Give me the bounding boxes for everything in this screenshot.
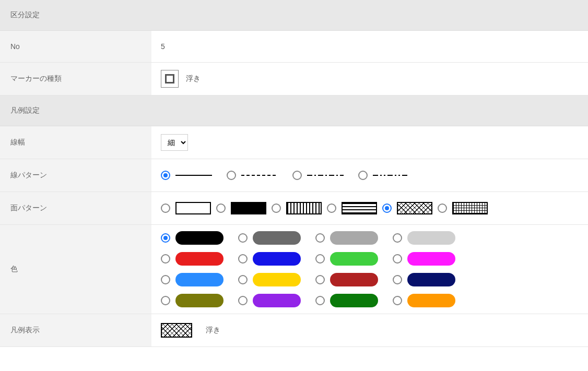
label-line-width: 線幅 bbox=[0, 126, 151, 159]
section-header-legend: 凡例設定 bbox=[0, 95, 588, 126]
fill-pattern-radio-solid[interactable] bbox=[216, 204, 226, 213]
color-option bbox=[393, 231, 455, 245]
fill-pattern-radio-crosshatch[interactable] bbox=[382, 204, 392, 213]
row-line-width: 線幅 細 bbox=[0, 126, 588, 159]
fill-pattern-radio-horizontal[interactable] bbox=[327, 204, 336, 213]
color-swatch bbox=[330, 231, 378, 245]
row-color: 色 bbox=[0, 225, 588, 314]
line-pattern-radio-dashdot[interactable] bbox=[292, 171, 302, 180]
fill-pattern-radio-none[interactable] bbox=[161, 204, 170, 213]
color-radio[interactable] bbox=[161, 254, 170, 264]
color-radio[interactable] bbox=[238, 275, 248, 284]
color-radio[interactable] bbox=[393, 275, 402, 284]
fill-grid-icon bbox=[452, 202, 488, 214]
line-dashdot-icon bbox=[307, 174, 344, 176]
color-option bbox=[161, 231, 224, 245]
marker-type-value: 浮き bbox=[186, 74, 201, 83]
color-swatch bbox=[253, 231, 301, 245]
color-option bbox=[315, 273, 378, 286]
color-radio[interactable] bbox=[161, 275, 170, 284]
legend-display-value: 浮き bbox=[206, 326, 220, 335]
color-swatch bbox=[253, 273, 301, 286]
fill-pattern-radio-vertical[interactable] bbox=[272, 204, 281, 213]
row-line-pattern: 線パターン bbox=[0, 159, 588, 192]
line-width-select[interactable]: 細 bbox=[161, 134, 188, 151]
line-solid-icon bbox=[175, 174, 212, 176]
color-radio[interactable] bbox=[315, 296, 325, 305]
no-value: 5 bbox=[161, 42, 165, 51]
legend-pattern-icon bbox=[161, 323, 192, 338]
color-option bbox=[238, 231, 301, 245]
fill-pattern-radio-grid[interactable] bbox=[438, 204, 447, 213]
color-swatch bbox=[330, 294, 378, 307]
row-fill-pattern: 面パターン bbox=[0, 192, 588, 225]
color-option bbox=[238, 294, 301, 307]
color-radio[interactable] bbox=[315, 233, 325, 243]
color-swatch bbox=[407, 273, 455, 286]
line-pattern-radio-dashed[interactable] bbox=[227, 171, 236, 180]
color-swatch bbox=[253, 252, 301, 266]
value-marker-type: 浮き bbox=[151, 63, 588, 95]
color-option bbox=[393, 273, 455, 286]
line-pattern-radio-solid[interactable] bbox=[161, 171, 170, 180]
color-swatch bbox=[175, 273, 224, 286]
color-swatch bbox=[175, 231, 224, 245]
color-option bbox=[315, 231, 378, 245]
color-radio[interactable] bbox=[161, 296, 170, 305]
color-radio[interactable] bbox=[238, 233, 248, 243]
color-option bbox=[315, 294, 378, 307]
color-radio[interactable] bbox=[315, 254, 325, 264]
line-dashdotdot-icon bbox=[373, 174, 409, 176]
value-no: 5 bbox=[151, 31, 588, 62]
value-color bbox=[151, 225, 588, 314]
square-outline-icon bbox=[165, 74, 174, 83]
value-line-width: 細 bbox=[151, 126, 588, 159]
color-swatch bbox=[330, 252, 378, 266]
row-legend-display: 凡例表示 浮き bbox=[0, 314, 588, 347]
color-option bbox=[161, 252, 224, 266]
color-swatch bbox=[253, 294, 301, 307]
fill-crosshatch-icon bbox=[397, 202, 432, 214]
label-line-pattern: 線パターン bbox=[0, 159, 151, 192]
label-legend-display: 凡例表示 bbox=[0, 314, 151, 346]
color-radio[interactable] bbox=[315, 275, 325, 284]
color-radio[interactable] bbox=[393, 254, 402, 264]
color-swatch bbox=[175, 294, 224, 307]
section-title: 区分設定 bbox=[10, 10, 40, 19]
value-fill-pattern bbox=[151, 192, 588, 224]
color-option bbox=[393, 252, 455, 266]
color-swatch bbox=[175, 252, 224, 266]
color-radio[interactable] bbox=[161, 233, 170, 243]
row-no: No 5 bbox=[0, 31, 588, 63]
color-option bbox=[315, 252, 378, 266]
color-swatch bbox=[407, 252, 455, 266]
label-fill-pattern: 面パターン bbox=[0, 192, 151, 224]
value-line-pattern bbox=[151, 159, 588, 192]
section-title: 凡例設定 bbox=[10, 106, 40, 114]
color-radio[interactable] bbox=[393, 296, 402, 305]
color-radio[interactable] bbox=[238, 254, 248, 264]
label-no: No bbox=[0, 31, 151, 62]
color-radio[interactable] bbox=[393, 233, 402, 243]
color-swatch bbox=[407, 231, 455, 245]
fill-none-icon bbox=[175, 202, 211, 214]
fill-horizontal-lines-icon bbox=[342, 202, 377, 214]
color-option bbox=[161, 294, 224, 307]
color-swatch bbox=[407, 294, 455, 307]
fill-solid-icon bbox=[231, 202, 266, 214]
row-marker-type: マーカーの種類 浮き bbox=[0, 63, 588, 95]
color-option bbox=[238, 252, 301, 266]
color-swatch bbox=[330, 273, 378, 286]
color-radio[interactable] bbox=[238, 296, 248, 305]
fill-vertical-lines-icon bbox=[286, 202, 322, 214]
marker-icon bbox=[161, 70, 179, 88]
label-marker-type: マーカーの種類 bbox=[0, 63, 151, 95]
color-option bbox=[238, 273, 301, 286]
label-color: 色 bbox=[0, 225, 151, 314]
section-header-division: 区分設定 bbox=[0, 0, 588, 31]
line-pattern-radio-dashdotdot[interactable] bbox=[358, 171, 368, 180]
color-option bbox=[393, 294, 455, 307]
value-legend-display: 浮き bbox=[151, 314, 588, 346]
line-dashed-icon bbox=[241, 174, 278, 176]
color-option bbox=[161, 273, 224, 286]
